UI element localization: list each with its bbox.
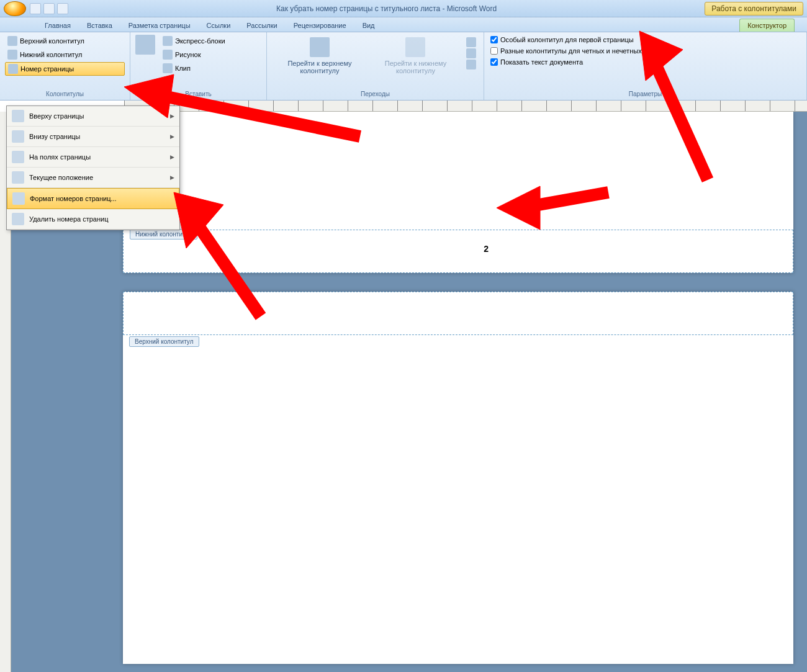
dd-bottom-label: Внизу страницы: [29, 133, 80, 140]
ribbon-group-options: Особый колонтитул для первой страницы Ра…: [484, 32, 807, 100]
dd-remove-label: Удалить номера страниц: [29, 215, 109, 223]
office-button[interactable]: [4, 1, 26, 16]
different-odd-even-checkbox[interactable]: Разные колонтитулы для четных и нечетных…: [489, 46, 801, 56]
tab-references[interactable]: Ссылки: [199, 19, 238, 32]
picture-icon: [163, 50, 173, 60]
goto-footer-icon: [405, 37, 425, 57]
picture-button[interactable]: Рисунок: [160, 48, 228, 61]
dd-format-page-numbers[interactable]: Формат номеров страниц...: [7, 188, 179, 209]
group-label-options: Параметры: [489, 89, 801, 97]
footer-zone[interactable]: Нижний колонтитул 2: [123, 230, 793, 273]
page-number-field[interactable]: 2: [484, 244, 489, 254]
dd-margins-label: На полях страницы: [29, 153, 91, 161]
page-2[interactable]: Верхний колонтитул: [123, 292, 793, 664]
tab-review[interactable]: Рецензирование: [286, 19, 354, 32]
dd-current-position[interactable]: Текущее положение▶: [7, 168, 179, 188]
clipart-button[interactable]: Клип: [160, 62, 228, 74]
ribbon-group-headers-footers: Верхний колонтитул Нижний колонтитул Ном…: [0, 32, 130, 100]
qat-save-icon[interactable]: [30, 3, 41, 14]
date-time-icon[interactable]: [135, 35, 155, 55]
header-icon: [7, 36, 17, 46]
tab-design[interactable]: Конструктор: [739, 19, 795, 32]
dd-top-of-page[interactable]: Вверху страницы▶: [7, 106, 179, 127]
qat-undo-icon[interactable]: [43, 3, 55, 14]
different-first-page-checkbox[interactable]: Особый колонтитул для первой страницы: [489, 35, 801, 45]
dd-bottom-icon: [12, 130, 24, 143]
quick-parts-icon: [163, 36, 173, 46]
dd-format-icon: [12, 192, 25, 205]
picture-label: Рисунок: [175, 51, 201, 58]
page-number-icon: [8, 64, 18, 74]
ribbon: Верхний колонтитул Нижний колонтитул Ном…: [0, 32, 807, 101]
show-document-text-checkbox[interactable]: Показать текст документа: [489, 57, 801, 67]
chk1-label: Особый колонтитул для первой страницы: [500, 36, 634, 43]
dd-margins-icon: [12, 151, 24, 163]
quick-access-toolbar: [30, 3, 68, 14]
page-1[interactable]: Нижний колонтитул 2: [123, 112, 793, 273]
page-number-dropdown: Вверху страницы▶ Внизу страницы▶ На поля…: [6, 105, 180, 230]
footer-button[interactable]: Нижний колонтитул: [5, 48, 125, 61]
ribbon-group-insert: Экспресс-блоки Рисунок Клип Вставить: [130, 32, 267, 100]
tab-insert[interactable]: Вставка: [79, 19, 120, 32]
header-zone[interactable]: [123, 292, 793, 335]
dd-bottom-of-page[interactable]: Внизу страницы▶: [7, 127, 179, 147]
dd-top-icon: [12, 110, 24, 122]
footer-label: Нижний колонтитул: [20, 51, 82, 58]
chevron-right-icon: ▶: [170, 113, 174, 119]
footer-icon: [7, 50, 17, 60]
goto-footer-label: Перейти к нижнему колонтитулу: [375, 60, 456, 74]
dd-top-label: Вверху страницы: [29, 112, 84, 120]
quick-parts-label: Экспресс-блоки: [175, 37, 225, 45]
dd-format-label: Формат номеров страниц...: [30, 195, 117, 202]
group-label-headers: Колонтитулы: [5, 89, 125, 97]
tab-home[interactable]: Главная: [37, 19, 78, 32]
footer-tag: Нижний колонтитул: [130, 229, 197, 240]
page-number-label: Номер страницы: [20, 65, 74, 73]
horizontal-ruler[interactable]: [124, 101, 807, 112]
chk3-label: Показать текст документа: [500, 58, 583, 66]
next-section-icon[interactable]: [466, 48, 476, 58]
context-tab-title: Работа с колонтитулами: [705, 2, 803, 16]
chevron-right-icon: ▶: [170, 174, 174, 181]
header-label: Верхний колонтитул: [20, 37, 84, 45]
group-label-insert: Вставить: [135, 89, 261, 97]
dd-page-margins[interactable]: На полях страницы▶: [7, 147, 179, 168]
page-number-button[interactable]: Номер страницы: [5, 62, 125, 76]
dd-current-icon: [12, 171, 24, 184]
tab-layout[interactable]: Разметка страницы: [121, 19, 198, 32]
goto-header-label: Перейти к верхнему колонтитулу: [278, 60, 361, 74]
clipart-label: Клип: [175, 65, 191, 72]
goto-header-icon: [310, 37, 330, 57]
chevron-right-icon: ▶: [170, 154, 174, 160]
goto-footer-button[interactable]: Перейти к нижнему колонтитулу: [369, 35, 462, 89]
title-bar: Как убрать номер страницы с титульного л…: [0, 0, 807, 17]
qat-redo-icon[interactable]: [57, 3, 68, 14]
tab-mailings[interactable]: Рассылки: [239, 19, 284, 32]
quick-parts-button[interactable]: Экспресс-блоки: [160, 35, 228, 47]
chevron-right-icon: ▶: [170, 133, 174, 140]
tab-view[interactable]: Вид: [355, 19, 382, 32]
clipart-icon: [163, 63, 173, 73]
prev-section-icon[interactable]: [466, 37, 476, 47]
dd-current-label: Текущее положение: [29, 174, 93, 181]
ribbon-group-navigation: Перейти к верхнему колонтитулу Перейти к…: [267, 32, 484, 100]
chk2-label: Разные колонтитулы для четных и нечетных…: [500, 47, 669, 55]
group-label-navigation: Переходы: [272, 89, 479, 97]
header-tag: Верхний колонтитул: [129, 336, 199, 347]
header-button[interactable]: Верхний колонтитул: [5, 35, 125, 47]
dd-remove-page-numbers[interactable]: Удалить номера страниц: [7, 209, 179, 230]
ribbon-tabs: Главная Вставка Разметка страницы Ссылки…: [0, 17, 807, 32]
dd-remove-icon: [12, 213, 24, 225]
goto-header-button[interactable]: Перейти к верхнему колонтитулу: [272, 35, 367, 89]
document-title: Как убрать номер страницы с титульного л…: [68, 4, 705, 13]
link-previous-icon[interactable]: [466, 60, 476, 69]
